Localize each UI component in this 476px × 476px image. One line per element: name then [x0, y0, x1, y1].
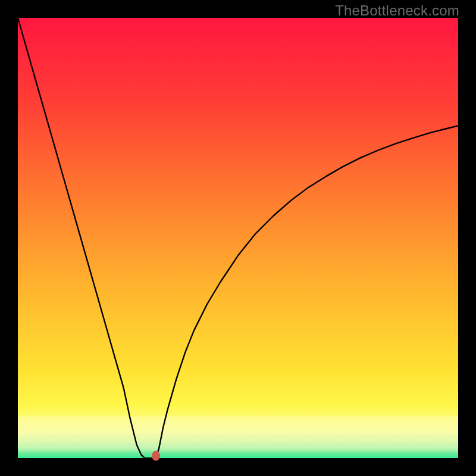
watermark-text: TheBottleneck.com	[335, 2, 459, 19]
plot-frame	[18, 18, 458, 458]
optimum-marker	[152, 451, 160, 461]
bottleneck-curve	[18, 18, 458, 458]
